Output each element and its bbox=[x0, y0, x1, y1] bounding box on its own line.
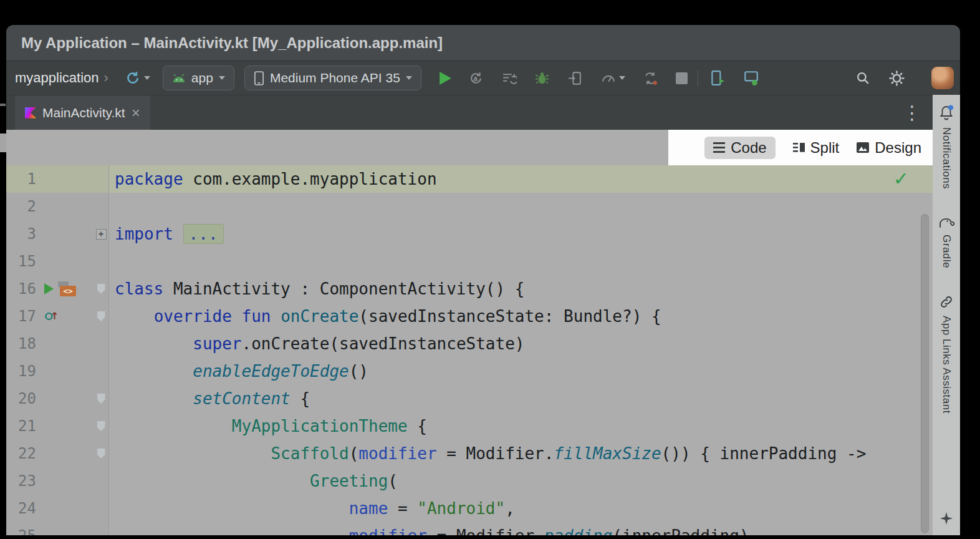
fold-collapse-icon[interactable] bbox=[97, 421, 105, 431]
view-mode-design-button[interactable]: Design bbox=[857, 139, 921, 157]
project-widget[interactable]: myapplication › bbox=[15, 70, 108, 86]
code-line[interactable]: 15 bbox=[6, 248, 933, 275]
override-gutter-icon[interactable] bbox=[44, 307, 58, 326]
code-text[interactable]: MyApplicationTheme { bbox=[109, 417, 427, 435]
line-number[interactable]: 19 bbox=[6, 362, 36, 380]
gutter-icons: <> bbox=[36, 281, 94, 297]
code-text[interactable]: super.onCreate(savedInstanceState) bbox=[109, 334, 524, 353]
line-number[interactable]: 16 bbox=[6, 280, 36, 298]
attach-debugger-button[interactable] bbox=[565, 68, 585, 89]
editor-tab-bar: MainActivity.kt × ⋮ bbox=[6, 95, 933, 130]
editor-options-kebab-icon[interactable]: ⋮ bbox=[903, 104, 921, 122]
profiler-button[interactable] bbox=[598, 68, 628, 89]
code-text[interactable]: import ... bbox=[109, 225, 224, 243]
run-configuration-selector[interactable]: app bbox=[163, 66, 234, 90]
rerun-tests-button[interactable] bbox=[640, 68, 661, 89]
code-line[interactable]: 1package com.example.myapplication✓ bbox=[6, 165, 933, 193]
code-text[interactable]: setContent { bbox=[109, 389, 310, 408]
code-line[interactable]: 21 MyApplicationTheme { bbox=[6, 412, 933, 440]
gutter: 2 bbox=[6, 193, 109, 220]
line-number[interactable]: 21 bbox=[6, 417, 36, 435]
code-text[interactable]: package com.example.myapplication bbox=[109, 170, 437, 188]
running-devices-button[interactable] bbox=[741, 67, 762, 89]
code-text[interactable]: Greeting( bbox=[109, 472, 398, 490]
fold-collapse-icon[interactable] bbox=[97, 284, 105, 294]
line-number[interactable]: 18 bbox=[6, 335, 36, 352]
fold-collapse-icon[interactable] bbox=[97, 449, 105, 459]
user-avatar[interactable] bbox=[931, 67, 954, 89]
attach-debugger-icon bbox=[567, 70, 583, 86]
run-button[interactable] bbox=[435, 68, 454, 89]
code-line[interactable]: 24 name = "Android", bbox=[6, 495, 933, 522]
gutter: 22 bbox=[6, 440, 109, 467]
gear-icon bbox=[888, 70, 905, 87]
code-line[interactable]: 20 setContent { bbox=[6, 385, 933, 412]
close-tab-icon[interactable]: × bbox=[132, 105, 140, 120]
device-manager-button[interactable] bbox=[707, 67, 728, 89]
fold-expand-icon[interactable]: + bbox=[96, 229, 107, 240]
apply-changes-icon: A bbox=[468, 70, 484, 86]
code-text[interactable]: class MainActivity : ComponentActivity()… bbox=[109, 279, 524, 298]
code-line[interactable]: 19 enableEdgeToEdge() bbox=[6, 357, 933, 385]
device-selector[interactable]: Medium Phone API 35 bbox=[244, 66, 421, 90]
stop-button[interactable] bbox=[673, 70, 690, 87]
stop-icon bbox=[676, 72, 688, 84]
line-number[interactable]: 20 bbox=[6, 390, 36, 407]
line-number[interactable]: 2 bbox=[6, 198, 36, 215]
project-name[interactable]: myapplication bbox=[15, 70, 99, 86]
fold-collapse-icon[interactable] bbox=[97, 394, 105, 404]
code-line[interactable]: 25 modifier = Modifier.padding(innerPadd… bbox=[6, 522, 933, 535]
code-line[interactable]: 2 bbox=[6, 193, 933, 220]
line-number[interactable]: 24 bbox=[6, 500, 36, 517]
line-number[interactable]: 17 bbox=[6, 308, 36, 325]
code-text[interactable]: override fun onCreate(savedInstanceState… bbox=[109, 307, 661, 326]
tab-mainactivity[interactable]: MainActivity.kt × bbox=[15, 95, 150, 130]
line-number[interactable]: 22 bbox=[6, 445, 36, 462]
chevron-down-icon bbox=[219, 76, 225, 80]
code-line[interactable]: 23 Greeting( bbox=[6, 467, 933, 495]
code-text[interactable]: Scaffold(modifier = Modifier.fillMaxSize… bbox=[109, 444, 866, 463]
code-text[interactable]: enableEdgeToEdge() bbox=[109, 362, 368, 381]
settings-button[interactable] bbox=[886, 67, 908, 89]
code-area[interactable]: 1package com.example.myapplication✓23+im… bbox=[6, 165, 933, 535]
gradle-sync-button[interactable] bbox=[122, 67, 153, 89]
line-number[interactable]: 15 bbox=[6, 253, 36, 270]
fold-column bbox=[94, 311, 108, 321]
compose-preview-gutter-icon[interactable]: <> bbox=[58, 281, 77, 297]
tool-button-notifications[interactable]: Notifications bbox=[939, 105, 954, 189]
view-mode-code-button[interactable]: Code bbox=[704, 137, 775, 159]
code-text[interactable]: modifier = Modifier.padding(innerPadding… bbox=[109, 527, 749, 535]
code-editor[interactable]: Code Split Design 1package com.example.m… bbox=[6, 130, 933, 535]
gemini-sparkle-button[interactable] bbox=[939, 512, 953, 528]
apply-code-changes-button[interactable] bbox=[499, 68, 519, 89]
debug-button[interactable] bbox=[532, 68, 552, 89]
vertical-scrollbar[interactable] bbox=[921, 214, 929, 533]
chevron-right-icon: › bbox=[104, 70, 108, 86]
running-devices-icon bbox=[743, 70, 759, 86]
tool-button-app-links-assistant[interactable]: App Links Assistant bbox=[939, 294, 954, 414]
toolbar-separator bbox=[698, 70, 698, 86]
tool-button-gradle[interactable]: Gradle bbox=[938, 215, 955, 268]
profiler-icon bbox=[600, 70, 616, 86]
code-line[interactable]: 18 super.onCreate(savedInstanceState) bbox=[6, 330, 933, 357]
apply-changes-restart-button[interactable]: A bbox=[466, 68, 486, 89]
code-line[interactable]: 16<>class MainActivity : ComponentActivi… bbox=[6, 275, 933, 303]
view-mode-split-button[interactable]: Split bbox=[793, 139, 840, 157]
fold-column bbox=[94, 394, 108, 404]
tool-label-gradle: Gradle bbox=[940, 235, 953, 268]
gutter: 20 bbox=[6, 385, 109, 412]
gutter: 1 bbox=[6, 165, 109, 193]
code-line[interactable]: 3+import ... bbox=[6, 220, 933, 248]
line-number[interactable]: 25 bbox=[6, 527, 36, 535]
run-gutter-icon[interactable] bbox=[44, 283, 54, 294]
code-line[interactable]: 17 override fun onCreate(savedInstanceSt… bbox=[6, 303, 933, 330]
search-everywhere-button[interactable] bbox=[853, 68, 873, 89]
code-text[interactable]: name = "Android", bbox=[109, 499, 515, 518]
right-tool-stripe: Notifications Gradle App Links Assistant bbox=[933, 95, 960, 535]
code-line[interactable]: 22 Scaffold(modifier = Modifier.fillMaxS… bbox=[6, 440, 933, 467]
apply-code-icon bbox=[501, 70, 517, 86]
fold-collapse-icon[interactable] bbox=[97, 311, 105, 321]
line-number[interactable]: 23 bbox=[6, 472, 36, 490]
line-number[interactable]: 3 bbox=[6, 225, 36, 243]
line-number[interactable]: 1 bbox=[6, 170, 36, 188]
